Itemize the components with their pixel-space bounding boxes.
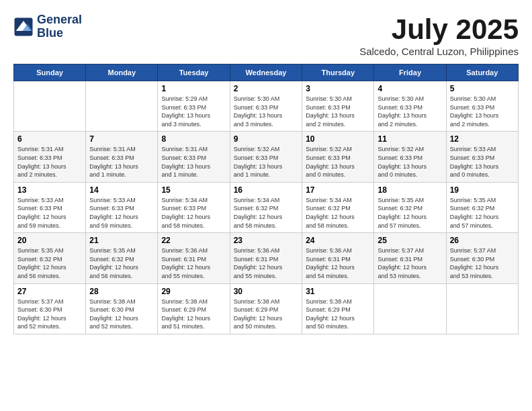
calendar-cell: 31Sunrise: 5:38 AM Sunset: 6:29 PM Dayli… — [302, 283, 374, 334]
day-info: Sunrise: 5:33 AM Sunset: 6:33 PM Dayligh… — [450, 145, 515, 179]
calendar-cell: 9Sunrise: 5:32 AM Sunset: 6:33 PM Daylig… — [230, 132, 302, 182]
calendar-cell: 30Sunrise: 5:38 AM Sunset: 6:29 PM Dayli… — [230, 283, 302, 334]
day-info: Sunrise: 5:34 AM Sunset: 6:32 PM Dayligh… — [306, 196, 370, 230]
calendar-cell — [446, 283, 518, 334]
day-number: 12 — [450, 134, 515, 144]
day-info: Sunrise: 5:31 AM Sunset: 6:33 PM Dayligh… — [89, 145, 154, 179]
calendar-cell: 26Sunrise: 5:37 AM Sunset: 6:30 PM Dayli… — [446, 233, 518, 283]
day-info: Sunrise: 5:34 AM Sunset: 6:33 PM Dayligh… — [161, 196, 226, 230]
title-block: July 2025 Salcedo, Central Luzon, Philip… — [359, 13, 519, 57]
day-number: 22 — [161, 236, 226, 245]
month-title: July 2025 — [359, 13, 519, 46]
weekday-header-friday: Friday — [374, 64, 446, 81]
logo: General Blue — [13, 13, 82, 40]
page-header: General Blue July 2025 Salcedo, Central … — [13, 13, 519, 57]
calendar-cell: 8Sunrise: 5:31 AM Sunset: 6:33 PM Daylig… — [158, 132, 230, 182]
day-info: Sunrise: 5:33 AM Sunset: 6:33 PM Dayligh… — [17, 196, 82, 230]
calendar-cell: 7Sunrise: 5:31 AM Sunset: 6:33 PM Daylig… — [86, 132, 158, 182]
calendar-cell: 4Sunrise: 5:30 AM Sunset: 6:33 PM Daylig… — [374, 81, 446, 132]
day-number: 9 — [234, 134, 298, 144]
calendar-cell: 16Sunrise: 5:34 AM Sunset: 6:32 PM Dayli… — [230, 182, 302, 232]
day-number: 13 — [17, 185, 82, 195]
day-info: Sunrise: 5:30 AM Sunset: 6:33 PM Dayligh… — [378, 95, 442, 128]
calendar-cell: 18Sunrise: 5:35 AM Sunset: 6:32 PM Dayli… — [374, 182, 446, 232]
day-number: 10 — [306, 134, 370, 144]
day-info: Sunrise: 5:38 AM Sunset: 6:29 PM Dayligh… — [234, 298, 298, 331]
calendar-cell: 10Sunrise: 5:32 AM Sunset: 6:33 PM Dayli… — [302, 132, 374, 182]
day-number: 31 — [306, 287, 370, 296]
day-number: 15 — [161, 185, 226, 195]
calendar-cell: 19Sunrise: 5:35 AM Sunset: 6:32 PM Dayli… — [446, 182, 518, 232]
calendar-cell: 15Sunrise: 5:34 AM Sunset: 6:33 PM Dayli… — [158, 182, 230, 232]
day-number: 8 — [161, 134, 226, 144]
calendar-cell: 1Sunrise: 5:29 AM Sunset: 6:33 PM Daylig… — [158, 81, 230, 132]
day-info: Sunrise: 5:36 AM Sunset: 6:31 PM Dayligh… — [234, 246, 298, 280]
day-info: Sunrise: 5:37 AM Sunset: 6:31 PM Dayligh… — [378, 246, 442, 280]
day-info: Sunrise: 5:37 AM Sunset: 6:30 PM Dayligh… — [17, 298, 82, 331]
calendar-week-4: 20Sunrise: 5:35 AM Sunset: 6:32 PM Dayli… — [14, 233, 519, 283]
location-subtitle: Salcedo, Central Luzon, Philippines — [359, 46, 519, 57]
calendar-week-3: 13Sunrise: 5:33 AM Sunset: 6:33 PM Dayli… — [14, 182, 519, 232]
calendar-cell: 12Sunrise: 5:33 AM Sunset: 6:33 PM Dayli… — [446, 132, 518, 182]
day-number: 14 — [89, 185, 154, 195]
calendar-cell: 17Sunrise: 5:34 AM Sunset: 6:32 PM Dayli… — [302, 182, 374, 232]
day-number: 16 — [234, 185, 298, 195]
day-number: 11 — [378, 134, 442, 144]
day-info: Sunrise: 5:29 AM Sunset: 6:33 PM Dayligh… — [161, 95, 226, 128]
day-info: Sunrise: 5:30 AM Sunset: 6:33 PM Dayligh… — [234, 95, 298, 128]
day-number: 3 — [306, 84, 370, 93]
day-info: Sunrise: 5:34 AM Sunset: 6:32 PM Dayligh… — [234, 196, 298, 230]
logo-icon — [13, 17, 34, 37]
calendar-cell: 28Sunrise: 5:38 AM Sunset: 6:30 PM Dayli… — [86, 283, 158, 334]
day-info: Sunrise: 5:33 AM Sunset: 6:33 PM Dayligh… — [89, 196, 154, 230]
calendar-week-1: 1Sunrise: 5:29 AM Sunset: 6:33 PM Daylig… — [14, 81, 519, 132]
day-info: Sunrise: 5:30 AM Sunset: 6:33 PM Dayligh… — [450, 95, 515, 128]
weekday-header-thursday: Thursday — [302, 64, 374, 81]
day-number: 4 — [378, 84, 442, 93]
calendar-cell: 27Sunrise: 5:37 AM Sunset: 6:30 PM Dayli… — [14, 283, 86, 334]
weekday-header-tuesday: Tuesday — [158, 64, 230, 81]
day-number: 20 — [17, 236, 82, 245]
calendar-cell: 14Sunrise: 5:33 AM Sunset: 6:33 PM Dayli… — [86, 182, 158, 232]
day-info: Sunrise: 5:36 AM Sunset: 6:31 PM Dayligh… — [161, 246, 226, 280]
calendar-cell: 20Sunrise: 5:35 AM Sunset: 6:32 PM Dayli… — [14, 233, 86, 283]
day-info: Sunrise: 5:38 AM Sunset: 6:30 PM Dayligh… — [89, 298, 154, 331]
calendar-cell: 13Sunrise: 5:33 AM Sunset: 6:33 PM Dayli… — [14, 182, 86, 232]
day-number: 24 — [306, 236, 370, 245]
calendar-cell: 25Sunrise: 5:37 AM Sunset: 6:31 PM Dayli… — [374, 233, 446, 283]
day-info: Sunrise: 5:38 AM Sunset: 6:29 PM Dayligh… — [161, 298, 226, 331]
day-number: 23 — [234, 236, 298, 245]
calendar-cell: 5Sunrise: 5:30 AM Sunset: 6:33 PM Daylig… — [446, 81, 518, 132]
day-info: Sunrise: 5:35 AM Sunset: 6:32 PM Dayligh… — [89, 246, 154, 280]
day-info: Sunrise: 5:38 AM Sunset: 6:29 PM Dayligh… — [306, 298, 370, 331]
weekday-header-sunday: Sunday — [14, 64, 86, 81]
day-info: Sunrise: 5:37 AM Sunset: 6:30 PM Dayligh… — [450, 246, 515, 280]
day-info: Sunrise: 5:32 AM Sunset: 6:33 PM Dayligh… — [378, 145, 442, 179]
day-info: Sunrise: 5:35 AM Sunset: 6:32 PM Dayligh… — [378, 196, 442, 230]
day-number: 21 — [89, 236, 154, 245]
calendar-table: SundayMondayTuesdayWednesdayThursdayFrid… — [13, 64, 519, 334]
weekday-header-saturday: Saturday — [446, 64, 518, 81]
calendar-cell — [14, 81, 86, 132]
day-number: 26 — [450, 236, 515, 245]
calendar-week-5: 27Sunrise: 5:37 AM Sunset: 6:30 PM Dayli… — [14, 283, 519, 334]
calendar-week-2: 6Sunrise: 5:31 AM Sunset: 6:33 PM Daylig… — [14, 132, 519, 182]
day-info: Sunrise: 5:32 AM Sunset: 6:33 PM Dayligh… — [234, 145, 298, 179]
calendar-cell: 11Sunrise: 5:32 AM Sunset: 6:33 PM Dayli… — [374, 132, 446, 182]
calendar-cell: 6Sunrise: 5:31 AM Sunset: 6:33 PM Daylig… — [14, 132, 86, 182]
weekday-header-wednesday: Wednesday — [230, 64, 302, 81]
logo-line2: Blue — [37, 27, 82, 40]
calendar-cell: 23Sunrise: 5:36 AM Sunset: 6:31 PM Dayli… — [230, 233, 302, 283]
day-number: 6 — [17, 134, 82, 144]
day-number: 2 — [234, 84, 298, 93]
day-number: 25 — [378, 236, 442, 245]
calendar-cell — [374, 283, 446, 334]
day-number: 28 — [89, 287, 154, 296]
day-number: 1 — [161, 84, 226, 93]
calendar-cell: 29Sunrise: 5:38 AM Sunset: 6:29 PM Dayli… — [158, 283, 230, 334]
calendar-cell: 24Sunrise: 5:36 AM Sunset: 6:31 PM Dayli… — [302, 233, 374, 283]
day-info: Sunrise: 5:36 AM Sunset: 6:31 PM Dayligh… — [306, 246, 370, 280]
day-number: 19 — [450, 185, 515, 195]
weekday-header-row: SundayMondayTuesdayWednesdayThursdayFrid… — [14, 64, 519, 81]
calendar-cell — [86, 81, 158, 132]
